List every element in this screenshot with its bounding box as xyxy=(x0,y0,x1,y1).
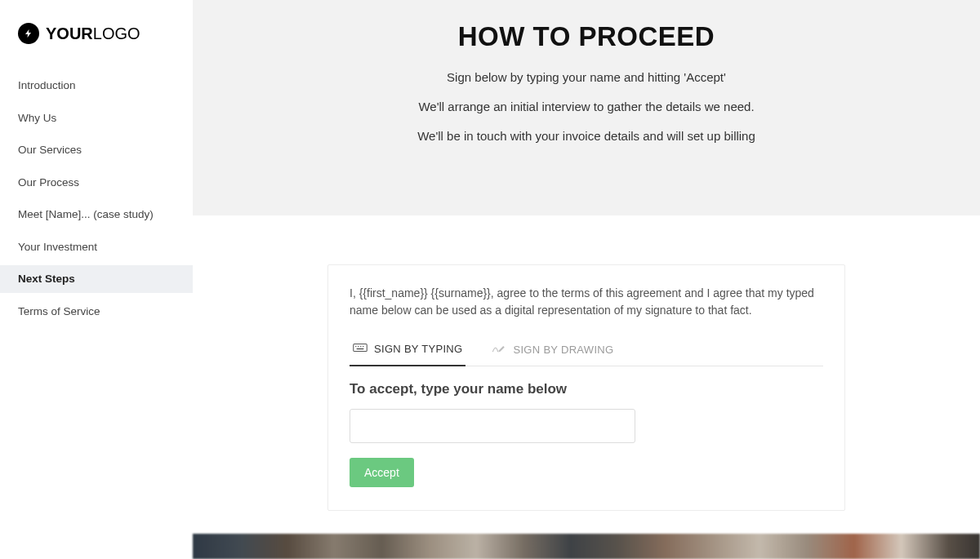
logo-bolt-icon xyxy=(18,23,39,44)
sidebar-item-our-process[interactable]: Our Process xyxy=(0,169,193,197)
hero-line-2: We'll arrange an initial interview to ga… xyxy=(225,100,947,113)
tab-sign-by-typing[interactable]: SIGN BY TYPING xyxy=(350,336,466,366)
logo-text: YOURLOGO xyxy=(46,24,140,43)
signature-card: I, {{first_name}} {{surname}}, agree to … xyxy=(327,264,845,511)
hero-line-3: We'll be in touch with your invoice deta… xyxy=(225,129,947,143)
footer-background-image xyxy=(193,534,980,559)
body-area: I, {{first_name}} {{surname}}, agree to … xyxy=(193,215,980,559)
signature-name-input[interactable] xyxy=(350,409,635,443)
sidebar: YOURLOGO Introduction Why Us Our Service… xyxy=(0,0,193,559)
keyboard-icon xyxy=(353,341,368,357)
sign-tabs: SIGN BY TYPING SIGN BY DRAWING xyxy=(350,335,823,366)
sidebar-item-case-study[interactable]: Meet [Name]... (case study) xyxy=(0,201,193,228)
accept-button[interactable]: Accept xyxy=(350,458,414,487)
sidebar-item-next-steps[interactable]: Next Steps xyxy=(0,265,193,293)
sidebar-item-why-us[interactable]: Why Us xyxy=(0,104,193,132)
accept-prompt: To accept, type your name below xyxy=(350,381,823,397)
tab-sign-by-typing-label: SIGN BY TYPING xyxy=(374,343,462,355)
pen-icon xyxy=(492,342,506,357)
agreement-text: I, {{first_name}} {{surname}}, agree to … xyxy=(350,285,823,319)
svg-rect-0 xyxy=(354,344,368,352)
tab-sign-by-drawing[interactable]: SIGN BY DRAWING xyxy=(488,336,617,366)
sidebar-nav: Introduction Why Us Our Services Our Pro… xyxy=(0,60,193,325)
main-content: HOW TO PROCEED Sign below by typing your… xyxy=(193,0,980,559)
hero-line-1: Sign below by typing your name and hitti… xyxy=(225,70,947,84)
sidebar-item-terms-of-service[interactable]: Terms of Service xyxy=(0,298,193,326)
sidebar-item-your-investment[interactable]: Your Investment xyxy=(0,233,193,261)
sidebar-item-introduction[interactable]: Introduction xyxy=(0,72,193,100)
sidebar-item-our-services[interactable]: Our Services xyxy=(0,136,193,164)
hero-section: HOW TO PROCEED Sign below by typing your… xyxy=(193,0,980,215)
page-title: HOW TO PROCEED xyxy=(225,21,947,52)
logo: YOURLOGO xyxy=(0,0,193,60)
tab-sign-by-drawing-label: SIGN BY DRAWING xyxy=(513,344,613,356)
